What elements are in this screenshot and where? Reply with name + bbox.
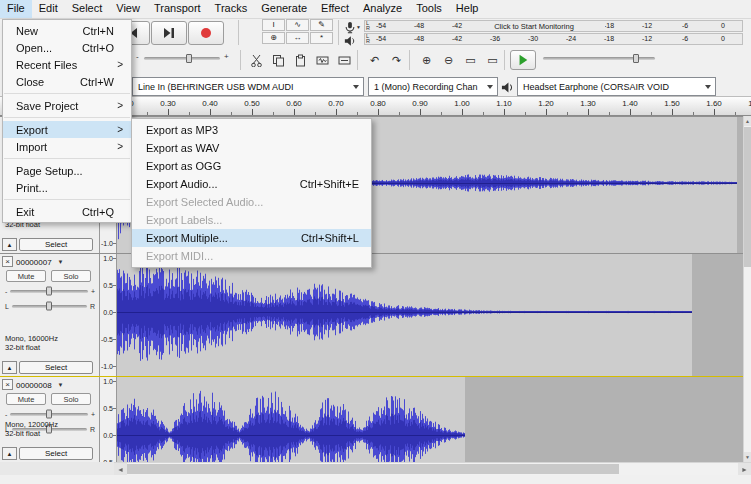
play-at-speed-button[interactable] — [510, 50, 536, 70]
menu-effect[interactable]: Effect — [314, 0, 356, 18]
waveform-canvas[interactable] — [117, 377, 743, 462]
gain-slider-thumb[interactable] — [46, 410, 52, 419]
export-menu-item-export-as-ogg[interactable]: Export as OGG — [132, 157, 371, 175]
export-menu-item-export-as-wav[interactable]: Export as WAV — [132, 139, 371, 157]
trim-audio-button[interactable] — [312, 50, 333, 70]
zoom-in-button[interactable]: ⊕ — [416, 50, 437, 70]
multi-tool-button[interactable]: * — [310, 32, 333, 44]
copy-button[interactable] — [268, 50, 289, 70]
solo-button[interactable]: Solo — [51, 270, 91, 282]
gain-slider-thumb[interactable] — [46, 287, 52, 296]
select-button[interactable]: Select — [19, 361, 93, 374]
track-menu-dropdown-icon: ▼ — [58, 382, 64, 388]
track-close-button[interactable]: × — [2, 256, 13, 267]
menu-help[interactable]: Help — [449, 0, 486, 18]
play-speed-thumb[interactable] — [633, 54, 639, 63]
file-menu-item-new[interactable]: NewCtrl+N — [3, 22, 131, 39]
export-menu-item-export-multiple[interactable]: Export Multiple...Ctrl+Shift+L — [132, 229, 371, 247]
export-menu-item-export-audio[interactable]: Export Audio...Ctrl+Shift+E — [132, 175, 371, 193]
file-menu-item-exit[interactable]: ExitCtrl+Q — [3, 203, 131, 220]
output-device-combo[interactable]: Headset Earphone (CORSAIR VOID — [517, 77, 716, 96]
playback-meter[interactable]: L R -54-48-42-36-30-24-18-12-60 — [364, 33, 743, 45]
file-menu-item-close[interactable]: CloseCtrl+W — [3, 73, 131, 90]
solo-button[interactable]: Solo — [51, 393, 91, 405]
zoom-out-button[interactable]: ⊖ — [438, 50, 459, 70]
play-speed-slider[interactable] — [543, 57, 655, 60]
scroll-right-icon[interactable]: ► — [738, 463, 751, 475]
gain-slider[interactable]: -+ — [5, 285, 95, 297]
horizontal-scrollbar-thumb[interactable] — [127, 464, 619, 474]
horizontal-scrollbar[interactable]: ◄ ► — [114, 462, 751, 475]
menu-file[interactable]: File — [0, 0, 32, 18]
pan-slider-thumb[interactable] — [46, 302, 52, 311]
scroll-up-icon[interactable]: ▲ — [744, 116, 751, 126]
file-menu-item-recent-files[interactable]: Recent Files> — [3, 56, 131, 73]
collapse-button[interactable]: ▲ — [2, 361, 17, 374]
menu-tools[interactable]: Tools — [409, 0, 449, 18]
recording-meter[interactable]: L R Click to Start Monitoring -54-48-42-… — [364, 20, 743, 32]
waveform-clip[interactable] — [117, 254, 743, 377]
draw-tool-button[interactable]: ✎ — [310, 19, 333, 31]
toolbar-separator — [504, 50, 505, 70]
menu-generate[interactable]: Generate — [254, 0, 314, 18]
cut-button[interactable] — [246, 50, 267, 70]
zoom-tool-button[interactable]: ⊕ — [262, 32, 285, 44]
input-device-combo[interactable]: Line In (BEHRINGER USB WDM AUDI — [132, 77, 364, 96]
file-menu-item-export[interactable]: Export> — [3, 121, 131, 138]
menu-tracks[interactable]: Tracks — [208, 0, 255, 18]
waveform-canvas[interactable] — [117, 254, 743, 377]
vertical-scrollbar[interactable]: ▲ ▼ — [743, 116, 751, 462]
time-shift-tool-button[interactable]: ↔ — [286, 32, 309, 44]
select-button[interactable]: Select — [19, 238, 93, 251]
db-tick-label: -18 — [604, 35, 614, 42]
track-close-button[interactable]: × — [2, 379, 13, 390]
undo-button[interactable]: ↶ — [364, 50, 385, 70]
vertical-scrollbar-thumb[interactable] — [744, 127, 751, 267]
silence-audio-button[interactable] — [334, 50, 355, 70]
monitor-text[interactable]: Click to Start Monitoring — [463, 21, 605, 31]
envelope-tool-button[interactable]: ∿ — [286, 19, 309, 31]
menu-select[interactable]: Select — [65, 0, 110, 18]
gain-slider[interactable]: -+ — [5, 408, 95, 420]
file-menu-item-open[interactable]: Open...Ctrl+O — [3, 39, 131, 56]
select-button[interactable]: Select — [19, 447, 93, 460]
export-menu-item-export-as-mp3[interactable]: Export as MP3 — [132, 121, 371, 139]
playback-volume-thumb[interactable] — [186, 54, 192, 63]
amplitude-label: 1.0 — [103, 378, 113, 385]
menu-item-label: Save Project — [16, 100, 78, 112]
mute-button[interactable]: Mute — [6, 393, 46, 405]
amplitude-ruler[interactable]: 1.00.50.0-0.5-1.0 — [100, 377, 117, 462]
file-menu-item-import[interactable]: Import> — [3, 138, 131, 155]
track-title-button[interactable]: 00000007▼ — [16, 256, 97, 268]
waveform-clip[interactable] — [117, 377, 743, 462]
skip-to-end-button[interactable] — [151, 21, 187, 45]
track-control-panel: ×00000007▼MuteSolo-+LRMono, 16000Hz32-bi… — [0, 254, 100, 376]
playback-volume-slider[interactable] — [144, 57, 220, 60]
file-menu-item-print[interactable]: Print... — [3, 179, 131, 196]
fit-selection-button[interactable]: ▭ — [460, 50, 481, 70]
record-button[interactable] — [188, 21, 224, 45]
file-menu-item-save-project[interactable]: Save Project> — [3, 97, 131, 114]
track-title-button[interactable]: 00000008▼ — [16, 379, 97, 391]
collapse-button[interactable]: ▲ — [2, 447, 17, 460]
fit-project-button[interactable]: ▭ — [482, 50, 503, 70]
db-tick-label: -6 — [682, 35, 688, 42]
scroll-left-icon[interactable]: ◄ — [114, 463, 127, 475]
file-menu-item-page-setup[interactable]: Page Setup... — [3, 162, 131, 179]
meter-dropdown-icon[interactable]: ▼ — [356, 24, 361, 30]
recording-channels-combo[interactable]: 1 (Mono) Recording Chan — [368, 77, 498, 96]
scroll-down-icon[interactable]: ▼ — [744, 452, 751, 462]
redo-button[interactable]: ↷ — [386, 50, 407, 70]
menu-edit[interactable]: Edit — [32, 0, 65, 18]
pan-right-label: R — [90, 426, 95, 433]
pan-slider[interactable]: LR — [5, 300, 95, 312]
menu-view[interactable]: View — [109, 0, 147, 18]
paste-button[interactable] — [290, 50, 311, 70]
selection-tool-button[interactable]: I — [262, 19, 285, 31]
menu-analyze[interactable]: Analyze — [356, 0, 409, 18]
amplitude-ruler[interactable]: 1.00.50.0-0.5-1.0 — [100, 254, 117, 376]
track-control-panel: ×00000008▼MuteSolo-+LRMono, 12000Hz32-bi… — [0, 377, 100, 462]
mute-button[interactable]: Mute — [6, 270, 46, 282]
collapse-button[interactable]: ▲ — [2, 238, 17, 251]
menu-transport[interactable]: Transport — [147, 0, 208, 18]
